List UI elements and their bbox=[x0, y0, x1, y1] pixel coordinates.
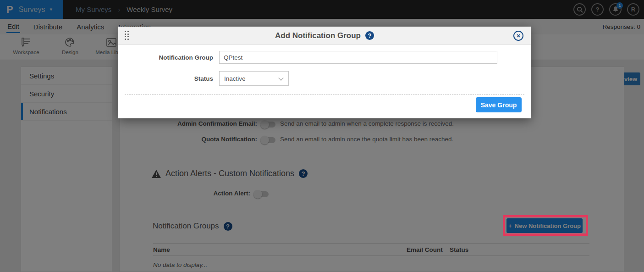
status-select[interactable]: Inactive bbox=[219, 71, 289, 86]
dialog-footer-divider bbox=[125, 94, 524, 94]
chevron-down-icon bbox=[278, 75, 283, 80]
dialog-help-icon[interactable]: ? bbox=[365, 31, 374, 40]
dialog-title: Add Notification Group bbox=[275, 31, 361, 40]
annotation-highlight-box bbox=[503, 215, 588, 236]
notification-group-input[interactable] bbox=[219, 51, 497, 64]
status-label: Status bbox=[118, 75, 213, 82]
close-icon[interactable]: ✕ bbox=[513, 31, 523, 41]
add-notification-group-dialog: Add Notification Group ? ✕ Notification … bbox=[118, 27, 531, 118]
notification-group-label: Notification Group bbox=[118, 54, 213, 61]
save-group-button[interactable]: Save Group bbox=[476, 97, 522, 112]
status-selected-value: Inactive bbox=[224, 75, 246, 82]
app-window: P Surveys ▾ My Surveys › Weekly Survey ? bbox=[0, 0, 644, 272]
dialog-header: Add Notification Group ? ✕ bbox=[118, 27, 531, 45]
drag-handle-icon[interactable] bbox=[125, 31, 129, 40]
